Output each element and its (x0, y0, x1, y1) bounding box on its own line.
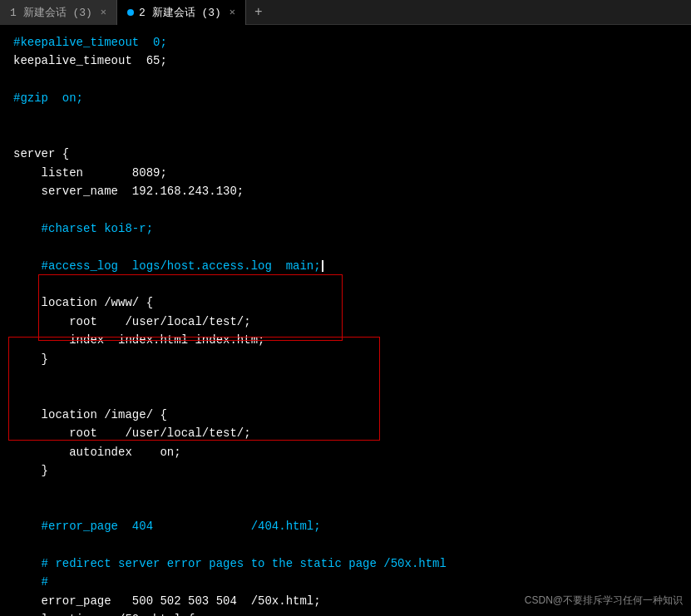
code-line-26: #error_page 404 /404.html; (13, 517, 678, 535)
code-line-6 (13, 126, 678, 145)
code-line-4: #gzip on; (13, 89, 678, 107)
code-line-29: # (13, 573, 678, 591)
code-line-31: location = /50x.html { (13, 610, 678, 616)
code-line-access-log: #access_log logs/host.access.log main; (13, 257, 678, 275)
code-line-8: listen 8089; (13, 164, 678, 182)
code-line-20: location /image/ { (13, 406, 678, 424)
code-line-13 (13, 275, 678, 293)
code-line-27 (13, 536, 678, 554)
tab-1-label: 1 新建会话 (3) (10, 5, 92, 20)
code-line-9: server_name 192.168.243.130; (13, 182, 678, 200)
code-line-17: } (13, 350, 678, 368)
code-line-25 (13, 499, 678, 517)
tab-2[interactable]: 2 新建会话 (3) ✕ (117, 0, 246, 25)
tab-1[interactable]: 1 新建会话 (3) ✕ (0, 0, 117, 25)
tab-add-button[interactable]: + (246, 5, 271, 20)
code-line-23: } (13, 461, 678, 480)
code-line-21: root /user/local/test/; (13, 424, 678, 442)
tab-1-close[interactable]: ✕ (101, 6, 106, 18)
tab-2-dot (127, 9, 134, 16)
code-line-24 (13, 480, 678, 498)
watermark: CSDN@不要排斥学习任何一种知识 (525, 594, 683, 608)
code-line-19 (13, 387, 678, 405)
code-line-18 (13, 368, 678, 387)
code-area: #keepalive_timeout 0; keepalive_timeout … (0, 25, 691, 616)
tab-bar: 1 新建会话 (3) ✕ 2 新建会话 (3) ✕ + (0, 0, 691, 25)
code-line-28: # redirect server error pages to the sta… (13, 554, 678, 573)
code-line-14: location /www/ { (13, 293, 678, 312)
code-line-3 (13, 71, 678, 89)
code-line-5 (13, 108, 678, 126)
tab-2-close[interactable]: ✕ (230, 6, 235, 18)
code-line-15: root /user/local/test/; (13, 313, 678, 331)
code-line-22: autoindex on; (13, 443, 678, 461)
code-line-11: #charset koi8-r; (13, 219, 678, 238)
code-line-16: index index.html index.htm; (13, 331, 678, 349)
code-line-12 (13, 238, 678, 256)
code-line-10 (13, 201, 678, 219)
code-line-2: keepalive_timeout 65; (13, 52, 678, 70)
code-line-1: #keepalive_timeout 0; (13, 33, 678, 52)
code-line-7: server { (13, 145, 678, 163)
tab-2-label: 2 新建会话 (3) (139, 5, 221, 20)
